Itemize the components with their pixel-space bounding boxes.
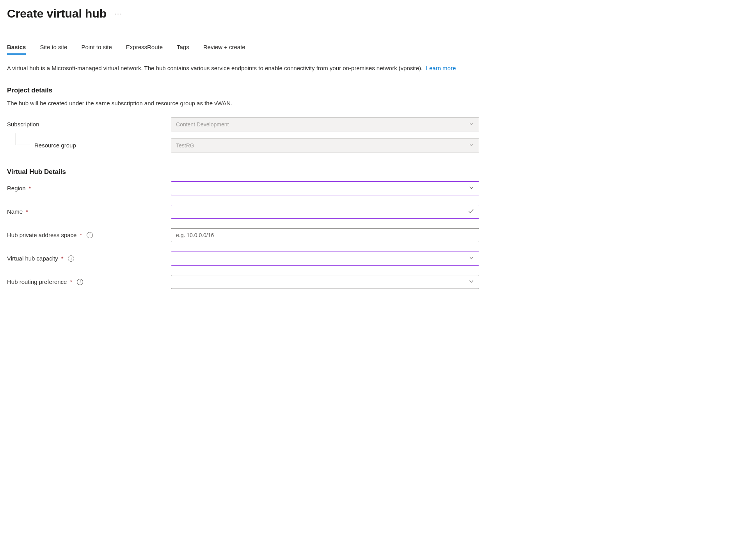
- capacity-select[interactable]: [171, 252, 479, 266]
- virtual-hub-details-title: Virtual Hub Details: [7, 168, 727, 176]
- required-icon: *: [61, 255, 64, 262]
- address-space-input-wrapper: [171, 228, 479, 242]
- region-row: Region *: [7, 181, 727, 195]
- routing-pref-row: Hub routing preference * i: [7, 275, 727, 289]
- resource-group-value: TestRG: [176, 142, 194, 149]
- project-details-title: Project details: [7, 87, 727, 94]
- virtual-hub-details-section: Virtual Hub Details Region * Name *: [7, 168, 727, 289]
- tab-site-to-site[interactable]: Site to site: [40, 44, 67, 55]
- required-icon: *: [80, 232, 82, 238]
- chevron-down-icon: [469, 142, 474, 149]
- subscription-label: Subscription: [7, 121, 171, 128]
- tree-connector-icon: [16, 133, 30, 145]
- info-icon[interactable]: i: [87, 232, 93, 238]
- tab-review-create[interactable]: Review + create: [203, 44, 245, 55]
- chevron-down-icon: [469, 185, 474, 191]
- required-icon: *: [70, 278, 72, 285]
- capacity-row: Virtual hub capacity * i: [7, 252, 727, 266]
- info-icon[interactable]: i: [68, 255, 74, 262]
- region-select[interactable]: [171, 181, 479, 195]
- description-text: A virtual hub is a Microsoft-managed vir…: [7, 64, 475, 73]
- capacity-label: Virtual hub capacity * i: [7, 255, 171, 262]
- resource-group-label: Resource group: [7, 142, 171, 149]
- tab-tags[interactable]: Tags: [177, 44, 189, 55]
- resource-group-row: Resource group TestRG: [7, 138, 727, 152]
- resource-group-select: TestRG: [171, 138, 479, 152]
- tab-bar: Basics Site to site Point to site Expres…: [7, 44, 727, 55]
- chevron-down-icon: [469, 255, 474, 262]
- info-icon[interactable]: i: [77, 279, 83, 285]
- checkmark-icon: [468, 208, 474, 215]
- page-header: Create virtual hub ···: [7, 7, 727, 20]
- name-row: Name *: [7, 205, 727, 219]
- required-icon: *: [26, 208, 28, 215]
- address-space-label: Hub private address space * i: [7, 232, 171, 238]
- subscription-select: Content Development: [171, 117, 479, 131]
- routing-pref-select[interactable]: [171, 275, 479, 289]
- tab-expressroute[interactable]: ExpressRoute: [126, 44, 163, 55]
- address-space-row: Hub private address space * i: [7, 228, 727, 242]
- description-body: A virtual hub is a Microsoft-managed vir…: [7, 65, 423, 71]
- name-input[interactable]: [176, 205, 465, 218]
- chevron-down-icon: [469, 121, 474, 128]
- page-title: Create virtual hub: [7, 7, 107, 20]
- name-input-wrapper: [171, 205, 479, 219]
- address-space-input[interactable]: [176, 229, 465, 242]
- name-label: Name *: [7, 208, 171, 215]
- tab-point-to-site[interactable]: Point to site: [81, 44, 112, 55]
- more-actions-icon[interactable]: ···: [114, 10, 123, 18]
- subscription-row: Subscription Content Development: [7, 117, 727, 131]
- routing-pref-label: Hub routing preference * i: [7, 278, 171, 285]
- learn-more-link[interactable]: Learn more: [426, 65, 456, 71]
- chevron-down-icon: [469, 278, 474, 285]
- required-icon: *: [29, 185, 31, 191]
- project-details-subtitle: The hub will be created under the same s…: [7, 100, 727, 106]
- tab-basics[interactable]: Basics: [7, 44, 26, 55]
- region-label: Region *: [7, 185, 171, 191]
- project-details-section: Project details The hub will be created …: [7, 87, 727, 152]
- subscription-value: Content Development: [176, 121, 229, 128]
